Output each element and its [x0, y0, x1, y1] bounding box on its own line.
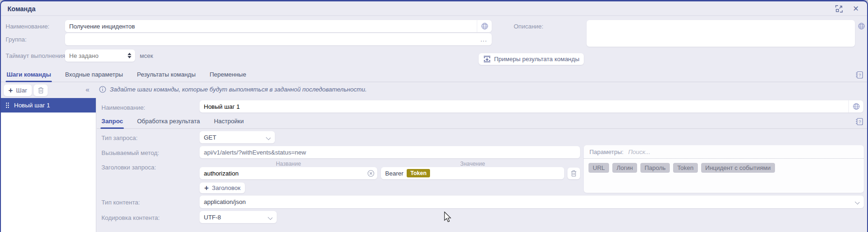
- timeout-input[interactable]: [65, 52, 128, 59]
- content-type-value: application/json: [204, 198, 246, 205]
- step-item-label: Новый шаг 1: [14, 102, 50, 109]
- command-name-input[interactable]: [65, 23, 477, 30]
- header-value-field[interactable]: Bearer Token: [381, 167, 564, 179]
- tab-settings[interactable]: Настройки: [213, 116, 245, 128]
- parameter-tag[interactable]: Пароль: [640, 163, 670, 173]
- close-button[interactable]: ✕: [851, 4, 861, 14]
- token-badge[interactable]: Token: [407, 169, 430, 177]
- content-type-label: Тип контента:: [101, 199, 140, 206]
- delete-step-button[interactable]: [34, 84, 48, 96]
- dialog-title: Команда: [7, 5, 36, 13]
- globe-icon: [481, 22, 488, 30]
- delete-header-button[interactable]: [567, 168, 580, 179]
- step-name-field: [200, 100, 863, 112]
- tab-command-steps[interactable]: Шаги команды: [6, 69, 52, 82]
- description-label: Описание:: [514, 23, 543, 30]
- result-examples-icon: [483, 56, 491, 63]
- request-type-label: Тип запроса:: [101, 134, 137, 141]
- header-name-input[interactable]: [200, 170, 364, 177]
- group-field: ...: [65, 33, 492, 45]
- step-name-localize-button[interactable]: [848, 100, 863, 112]
- steps-toolbar: + Шаг « Задайте шаги команды, которые бу…: [1, 84, 867, 98]
- trash-icon: [38, 87, 44, 94]
- column-header-value: Значение: [381, 161, 564, 167]
- drag-handle-icon[interactable]: [6, 102, 9, 108]
- spin-up-icon: [128, 53, 131, 55]
- info-icon: [99, 86, 106, 93]
- parameter-tag[interactable]: Логин: [612, 163, 637, 173]
- svg-text:?: ?: [859, 73, 861, 77]
- tab-result-processing[interactable]: Обработка результата: [136, 116, 201, 128]
- header-name-field: [200, 167, 377, 179]
- step-name-input[interactable]: [200, 103, 848, 110]
- parameter-tag[interactable]: URL: [588, 163, 609, 173]
- method-input[interactable]: [200, 146, 580, 158]
- title-bar: Команда ✕: [1, 1, 867, 16]
- request-type-value: GET: [204, 134, 216, 141]
- name-localize-button[interactable]: [477, 20, 492, 32]
- step-tabs: Запрос Обработка результата Настройки ?: [97, 116, 867, 129]
- steps-hint-text: Задайте шаги команды, которые будут выпо…: [110, 86, 367, 93]
- globe-icon: [853, 103, 860, 110]
- tab-request[interactable]: Запрос: [100, 116, 124, 128]
- command-result-examples-button[interactable]: Примеры результата команды: [479, 53, 584, 65]
- group-input[interactable]: [65, 36, 476, 43]
- timeout-unit: мсек: [140, 52, 153, 59]
- steps-hint: Задайте шаги команды, которые будут выпо…: [99, 86, 367, 93]
- column-header-name: Название: [200, 161, 377, 167]
- help-book-icon: ?: [855, 71, 863, 79]
- parameters-label: Параметры:: [589, 148, 624, 155]
- tab-command-results[interactable]: Результаты команды: [136, 69, 196, 82]
- collapse-panel-button[interactable]: «: [86, 85, 89, 93]
- content-encoding-select[interactable]: UTF-8: [200, 211, 277, 223]
- step-name-label: Наименование:: [101, 104, 145, 111]
- chevron-down-icon: [266, 135, 271, 140]
- chevron-down-icon: [855, 200, 860, 204]
- timeout-field: [65, 49, 135, 62]
- tab-input-parameters[interactable]: Входные параметры: [64, 69, 124, 82]
- tab-variables[interactable]: Переменные: [209, 69, 247, 82]
- svg-text:?: ?: [859, 120, 861, 124]
- steps-list: Новый шаг 1: [1, 98, 96, 232]
- command-name-label: Наименование:: [6, 23, 50, 30]
- expand-icon: [835, 5, 843, 13]
- parameters-search-input[interactable]: [628, 148, 858, 155]
- main-tabs: Шаги команды Входные параметры Результат…: [1, 69, 867, 82]
- content-encoding-value: UTF-8: [204, 214, 221, 221]
- clear-circle-icon: [367, 170, 374, 177]
- globe-icon: [858, 22, 865, 30]
- parameter-tag[interactable]: Token: [673, 163, 698, 173]
- expand-button[interactable]: [834, 4, 844, 14]
- parameter-tag[interactable]: Инцидент с событиями: [701, 163, 775, 173]
- header-value-text: Bearer: [385, 170, 403, 177]
- group-label: Группа:: [6, 36, 27, 43]
- request-type-select[interactable]: GET: [200, 131, 275, 143]
- clear-header-name-button[interactable]: [364, 170, 377, 177]
- content-encoding-label: Кодировка контента:: [101, 214, 160, 221]
- content-type-combobox[interactable]: application/json: [200, 196, 864, 208]
- chevron-down-icon: [268, 215, 273, 219]
- request-headers-label: Заголовки запроса:: [101, 164, 156, 171]
- help-button[interactable]: ?: [855, 71, 863, 80]
- step-form: Наименование: Запрос Обработка результат…: [97, 98, 867, 232]
- description-localize-button[interactable]: [858, 22, 865, 31]
- parameters-panel: Параметры: URL Логин Пароль Token Инциде…: [584, 145, 864, 193]
- plus-icon: +: [204, 184, 208, 192]
- method-label: Вызываемый метод:: [101, 149, 159, 156]
- trash-icon: [571, 170, 577, 177]
- timeout-stepper[interactable]: [128, 53, 135, 58]
- plus-icon: +: [8, 87, 13, 94]
- command-name-field: [65, 20, 492, 32]
- parameters-tags: URL Логин Пароль Token Инцидент с событи…: [584, 159, 864, 177]
- help-book-icon: ?: [855, 118, 863, 126]
- step-list-item[interactable]: Новый шаг 1: [1, 98, 96, 112]
- spin-down-icon: [128, 56, 131, 58]
- group-picker-button[interactable]: ...: [476, 35, 492, 43]
- description-textarea[interactable]: [587, 20, 855, 47]
- add-step-button[interactable]: + Шаг: [4, 84, 32, 96]
- timeout-label: Таймаут выполнения:: [6, 52, 67, 59]
- command-dialog: Команда ✕ Наименование: Описание:: [0, 0, 868, 232]
- add-header-button[interactable]: + Заголовок: [200, 183, 245, 193]
- parameters-header: Параметры:: [584, 145, 864, 159]
- help-button[interactable]: ?: [855, 118, 863, 127]
